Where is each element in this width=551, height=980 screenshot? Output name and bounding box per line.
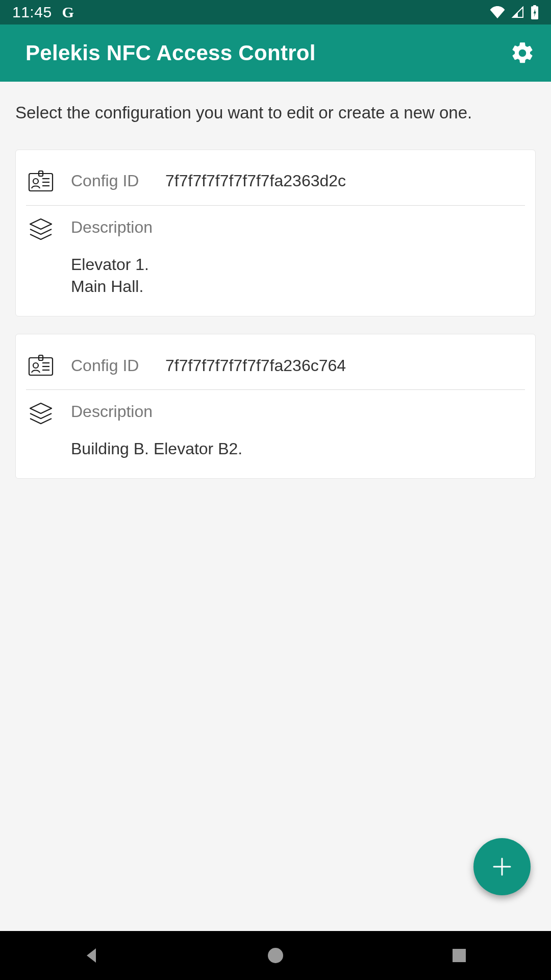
status-time: 11:45	[12, 4, 52, 21]
divider	[26, 205, 525, 206]
description-label: Description	[71, 218, 153, 237]
svg-rect-17	[453, 949, 466, 962]
google-icon: G	[62, 4, 74, 21]
svg-point-16	[268, 948, 283, 963]
svg-rect-1	[533, 5, 536, 7]
status-bar: 11:45 G	[0, 0, 551, 24]
layers-icon	[28, 402, 54, 426]
wifi-icon	[490, 6, 505, 18]
description-label: Description	[71, 402, 153, 421]
instruction-text: Select the configuration you want to edi…	[15, 102, 536, 124]
config-card[interactable]: Config ID 7f7f7f7f7f7f7f7fa2363d2c Descr…	[15, 150, 536, 316]
config-card[interactable]: Config ID 7f7f7f7f7f7f7f7fa236c764 Descr…	[15, 334, 536, 479]
gear-icon	[510, 40, 535, 66]
divider	[26, 389, 525, 390]
nav-recents-button[interactable]	[418, 931, 500, 980]
battery-charging-icon	[531, 5, 539, 19]
system-nav-bar	[0, 931, 551, 980]
description-value: Building B. Elevator B2.	[71, 438, 525, 460]
cell-signal-icon	[511, 6, 524, 18]
nav-home-button[interactable]	[235, 931, 316, 980]
add-config-button[interactable]	[473, 838, 531, 895]
home-circle-icon	[267, 947, 284, 964]
recents-square-icon	[452, 948, 467, 963]
nav-back-button[interactable]	[51, 931, 133, 980]
settings-button[interactable]	[509, 40, 536, 66]
config-id-label: Config ID	[71, 356, 150, 375]
layers-icon	[28, 218, 54, 241]
plus-icon	[491, 855, 513, 878]
description-value: Elevator 1. Main Hall.	[71, 254, 525, 298]
app-title: Pelekis NFC Access Control	[26, 41, 316, 65]
id-badge-icon	[28, 170, 54, 192]
config-id-value: 7f7f7f7f7f7f7f7fa236c764	[165, 356, 346, 375]
id-badge-icon	[28, 355, 54, 376]
svg-point-10	[33, 363, 38, 368]
config-id-value: 7f7f7f7f7f7f7f7fa2363d2c	[165, 172, 346, 190]
back-triangle-icon	[83, 946, 101, 965]
main-content: Select the configuration you want to edi…	[0, 82, 551, 931]
config-id-label: Config ID	[71, 172, 150, 190]
app-bar: Pelekis NFC Access Control	[0, 24, 551, 82]
svg-point-4	[33, 179, 38, 184]
